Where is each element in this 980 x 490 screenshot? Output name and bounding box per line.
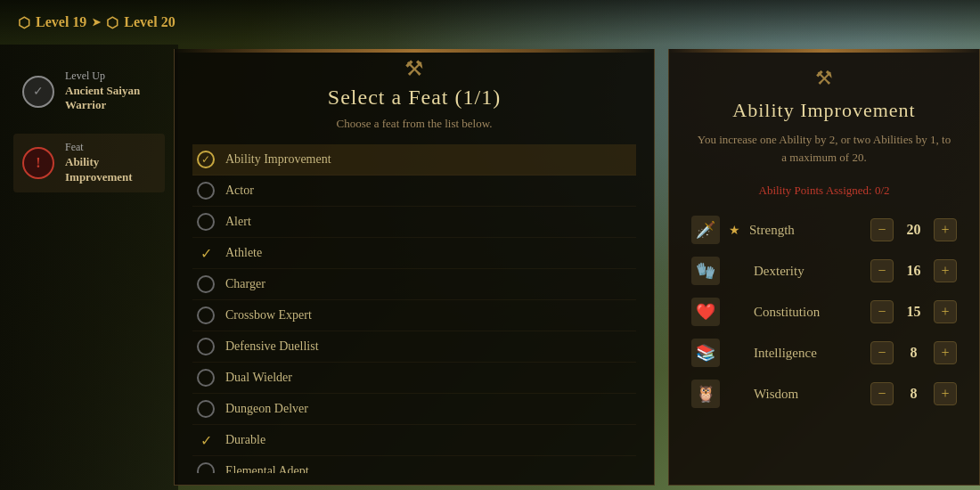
main-panel-border-top [174,49,655,53]
strength-name: Strength [749,223,862,238]
wisdom-plus-btn[interactable]: + [934,382,957,405]
constitution-name: Constitution [754,305,862,320]
feat-label-athlete: Athlete [225,246,262,260]
feat-text: Feat Ability Improvement [65,141,156,184]
to-level-icon: ⬡ [106,14,118,31]
intelligence-name: Intelligence [754,346,862,361]
feat-item-ability-improvement[interactable]: Ability Improvement [192,144,636,176]
wisdom-minus-btn[interactable]: − [870,382,894,405]
intelligence-minus-btn[interactable]: − [870,341,894,364]
strength-icon: 🗡️ [691,216,720,244]
detail-top-decoration: ⚒ [687,62,961,99]
feat-item-durable[interactable]: ✓Durable [192,425,636,456]
feat-item-actor[interactable]: Actor [192,176,636,207]
feat-item-crossbow-expert[interactable]: Crossbow Expert [192,300,636,331]
feat-label-dual-wielder: Dual Wielder [225,371,292,385]
constitution-plus-btn[interactable]: + [934,300,957,323]
feat-title: Feat [65,141,156,155]
detail-description: You increase one Ability by 2, or two Ab… [687,131,961,166]
from-level-icon: ⬡ [18,14,30,31]
feat-label-durable: Durable [225,433,265,447]
feat-radio-dual-wielder [197,369,215,387]
detail-deco-icon: ⚒ [815,67,833,90]
feat-list: Ability ImprovementActorAlert✓AthleteCha… [175,144,654,473]
feat-radio-crossbow-expert [197,306,215,324]
feat-item-dual-wielder[interactable]: Dual Wielder [192,363,636,394]
feat-item-alert[interactable]: Alert [192,207,636,238]
strength-star-icon: ★ [729,223,740,238]
level-arrow-icon: ➤ [92,16,101,29]
sidebar-item-feat[interactable]: ! Feat Ability Improvement [13,134,165,192]
feat-item-charger[interactable]: Charger [192,269,636,300]
strength-minus-btn[interactable]: − [870,218,894,241]
feat-radio-durable: ✓ [197,431,215,449]
wisdom-icon: 🦉 [691,380,720,408]
feat-label-defensive-duellist: Defensive Duellist [225,339,319,354]
feat-radio-elemental-adept [197,462,215,473]
panel-deco-icon: ⚒ [404,56,424,81]
feat-item-defensive-duellist[interactable]: Defensive Duellist [192,331,636,363]
dexterity-plus-btn[interactable]: + [934,259,957,282]
dexterity-minus-btn[interactable]: − [870,259,894,282]
strength-plus-btn[interactable]: + [934,218,957,241]
level-display: ⬡ Level 19 ➤ ⬡ Level 20 [18,14,176,31]
ability-row-strength: 🗡️ ★ Strength − 20 + [687,216,961,244]
ability-points-label: Ability Points Assigned: 0/2 [687,184,961,198]
detail-title: Ability Improvement [687,99,961,122]
ability-rows: 🗡️ ★ Strength − 20 + 🧤 Dexterity − 16 + … [687,216,961,408]
intelligence-plus-btn[interactable]: + [934,341,957,364]
feat-label-alert: Alert [225,215,251,229]
panel-title: Select a Feat (1/1) [175,81,654,117]
levelup-name: Ancient Saiyan Warrior [65,84,156,114]
feat-radio-alert [197,213,215,231]
wisdom-value: 8 [902,386,925,402]
feat-radio-actor [197,182,215,200]
feat-name: Ability Improvement [65,155,156,185]
feat-radio-charger [197,275,215,293]
feat-label-dungeon-delver: Dungeon Delver [225,402,308,416]
feat-alert-icon: ! [22,147,54,179]
feat-radio-defensive-duellist [197,338,215,355]
levelup-check-icon: ✓ [22,76,54,108]
ability-row-constitution: ❤️ Constitution − 15 + [687,298,961,326]
constitution-minus-btn[interactable]: − [870,300,894,323]
sidebar: ✓ Level Up Ancient Saiyan Warrior ! Feat… [0,45,178,490]
detail-panel: ⚒ Ability Improvement You increase one A… [668,49,980,486]
main-panel: ⚒ Select a Feat (1/1) Choose a feat from… [174,49,655,486]
feat-label-charger: Charger [225,277,265,291]
ability-row-wisdom: 🦉 Wisdom − 8 + [687,380,961,408]
strength-value: 20 [902,222,925,238]
feat-item-dungeon-delver[interactable]: Dungeon Delver [192,394,636,425]
panel-top-decoration: ⚒ [175,49,654,81]
constitution-value: 15 [902,304,925,320]
dexterity-name: Dexterity [754,264,862,279]
sidebar-item-levelup[interactable]: ✓ Level Up Ancient Saiyan Warrior [13,62,165,120]
detail-panel-border-top [668,49,980,53]
to-level-text: Level 20 [124,14,175,30]
top-bar: ⬡ Level 19 ➤ ⬡ Level 20 [0,0,980,45]
dexterity-value: 16 [902,263,925,279]
dexterity-icon: 🧤 [691,257,720,285]
feat-item-elemental-adept[interactable]: Elemental Adept [192,456,636,473]
feat-radio-athlete: ✓ [197,244,215,262]
levelup-title: Level Up [65,69,156,84]
feat-label-ability-improvement: Ability Improvement [225,152,331,167]
intelligence-value: 8 [902,345,925,361]
feat-label-elemental-adept: Elemental Adept [225,464,309,473]
feat-label-crossbow-expert: Crossbow Expert [225,308,312,323]
feat-label-actor: Actor [225,184,254,198]
constitution-icon: ❤️ [691,298,720,326]
levelup-text: Level Up Ancient Saiyan Warrior [65,69,156,113]
intelligence-icon: 📚 [691,339,720,367]
from-level-text: Level 19 [36,14,86,30]
feat-radio-dungeon-delver [197,400,215,418]
feat-radio-ability-improvement [197,151,215,168]
panel-subtitle: Choose a feat from the list below. [175,117,654,144]
ability-row-intelligence: 📚 Intelligence − 8 + [687,339,961,367]
wisdom-name: Wisdom [754,387,862,402]
ability-row-dexterity: 🧤 Dexterity − 16 + [687,257,961,285]
feat-item-athlete[interactable]: ✓Athlete [192,238,636,269]
